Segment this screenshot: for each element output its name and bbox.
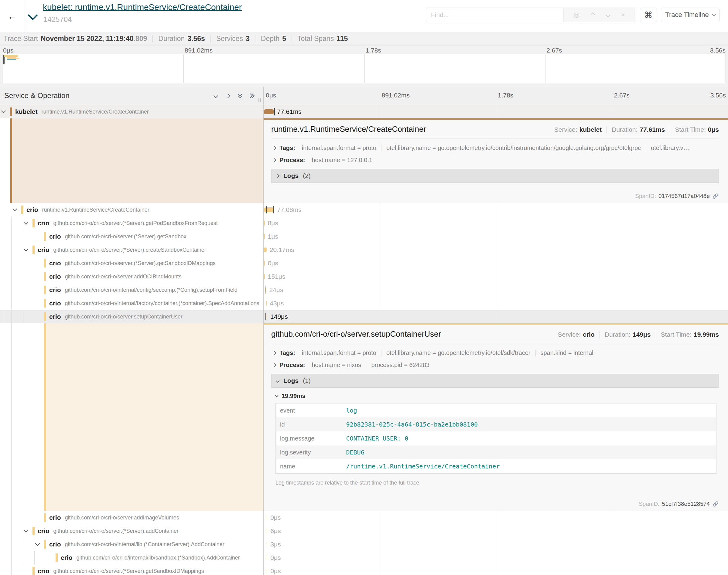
collapse-one-icon[interactable] [213, 93, 219, 99]
span-duration-bar[interactable] [267, 569, 268, 573]
span-duration-bar[interactable] [267, 529, 268, 533]
span-row[interactable]: criogithub.com/cri-o/cri-o/server.(*Serv… [0, 216, 728, 230]
row-collapse-icon[interactable] [12, 207, 17, 212]
tags-row[interactable]: Tags: internal.span.format = protootel.l… [271, 349, 719, 357]
row-collapse-icon[interactable] [24, 247, 29, 252]
logs-accordion[interactable]: Logs (1) [271, 374, 719, 388]
span-row[interactable]: criogithub.com/cri-o/cri-o/server.addIma… [0, 511, 728, 524]
indent-guide [23, 323, 23, 511]
indent-guide [23, 297, 23, 310]
span-duration-bar[interactable] [264, 234, 265, 239]
collapse-all-icon[interactable] [237, 93, 243, 99]
copy-link-icon[interactable] [712, 501, 719, 507]
back-button[interactable]: ← [0, 0, 25, 32]
log-field-value: CONTAINER USER: 0 [342, 431, 717, 445]
row-collapse-icon[interactable] [24, 528, 29, 533]
copy-link-icon[interactable] [712, 193, 719, 199]
span-row[interactable]: crioruntime.v1.RuntimeService/CreateCont… [0, 203, 728, 216]
log-field-key: event [276, 403, 342, 418]
column-resize-grip[interactable] [259, 98, 261, 102]
span-duration-bar[interactable] [264, 109, 274, 114]
indent-guide [11, 230, 11, 243]
indent-guide [11, 257, 11, 270]
meta-item: Start Time:19.99ms [656, 331, 719, 338]
span-row[interactable]: criogithub.com/cri-o/cri-o/server.setupC… [0, 310, 728, 323]
column-divider[interactable] [263, 87, 264, 575]
span-duration-bar[interactable] [267, 314, 268, 319]
span-duration-bar[interactable] [264, 274, 265, 279]
timeline-gridline [612, 203, 612, 216]
timeline-gridline [612, 538, 612, 551]
divider [153, 35, 153, 42]
span-duration-label: 20.17ms [270, 243, 294, 257]
minimap-span-bar [16, 58, 20, 59]
keyboard-shortcuts-button[interactable]: ⌘ [640, 8, 657, 22]
tags-row[interactable]: Tags: internal.span.format = protootel.l… [271, 144, 719, 151]
span-boundary-tick [273, 206, 274, 213]
span-row[interactable]: criogithub.com/cri-o/cri-o/server.(*Serv… [0, 230, 728, 243]
timeline-gridline [612, 551, 612, 564]
service-color-stripe [33, 246, 35, 254]
service-color-stripe [44, 299, 46, 308]
clear-find-icon[interactable]: × [621, 11, 625, 19]
page-title[interactable]: kubelet: runtime.v1.RuntimeService/Creat… [43, 2, 242, 12]
expand-all-icon[interactable] [250, 93, 255, 99]
find-input[interactable] [426, 8, 563, 22]
row-collapse-icon[interactable] [1, 109, 6, 113]
span-row[interactable]: criogithub.com/cri-o/cri-o/internal/lib/… [0, 551, 728, 564]
span-duration-bar[interactable] [264, 247, 267, 252]
next-match-icon[interactable] [605, 12, 610, 18]
row-collapse-icon[interactable] [35, 541, 40, 546]
span-row[interactable]: criogithub.com/cri-o/cri-o/internal/fact… [0, 297, 728, 310]
span-duration-bar[interactable] [267, 555, 268, 560]
log-fields-table: eventlogid92b82381-025c-4a64-815c-ba2e1b… [275, 403, 717, 474]
timeline-gridline [496, 564, 496, 575]
process-row[interactable]: Process: host.name = 127.0.0.1 [271, 157, 719, 164]
span-duration-bar[interactable] [264, 221, 265, 226]
span-duration-bar[interactable] [264, 261, 265, 266]
span-row[interactable]: criogithub.com/cri-o/cri-o/server.(*Serv… [0, 243, 728, 257]
summary-item: Duration3.56s [158, 35, 205, 43]
minimap-canvas[interactable] [2, 54, 726, 83]
timeline-gridline [379, 310, 380, 323]
span-row[interactable]: criogithub.com/cri-o/cri-o/internal/conf… [0, 283, 728, 297]
summary-item: Total Spans115 [297, 35, 348, 43]
span-duration-bar[interactable] [267, 515, 268, 520]
span-row[interactable]: criogithub.com/cri-o/cri-o/server.(*Serv… [0, 257, 728, 270]
timeline-gridline [612, 230, 612, 243]
span-row[interactable]: criogithub.com/cri-o/cri-o/internal/lib.… [0, 538, 728, 551]
find-controls: ◎ × [563, 8, 635, 22]
row-collapse-icon[interactable] [24, 220, 29, 225]
log-field-row: log.messageCONTAINER USER: 0 [276, 431, 717, 445]
span-row[interactable]: kubeletruntime.v1.RuntimeService/CreateC… [0, 105, 728, 119]
operation-name: github.com/cri-o/cri-o/internal/lib.(*Co… [65, 541, 225, 548]
span-duration-bar[interactable] [266, 301, 267, 306]
span-duration-bar[interactable] [265, 288, 266, 292]
span-duration-bar[interactable] [264, 207, 274, 212]
span-duration-bar[interactable] [267, 542, 268, 547]
timeline-gridline [496, 551, 496, 564]
meta-item: Service:kubelet [550, 126, 606, 133]
span-row[interactable]: criogithub.com/cri-o/cri-o/server.(*Serv… [0, 564, 728, 575]
chevron-down-icon [712, 12, 716, 16]
indent-guide [11, 310, 11, 323]
span-row[interactable]: criogithub.com/cri-o/cri-o/server.(*Serv… [0, 524, 728, 538]
trace-view-selector[interactable]: Trace Timeline [661, 8, 720, 22]
span-id-value: 51cf7f38e5128574 [662, 501, 710, 507]
span-row[interactable]: criogithub.com/cri-o/cri-o/server.addOCI… [0, 270, 728, 283]
process-row[interactable]: Process: host.name = nixosprocess.pid = … [271, 362, 719, 369]
service-color-stripe [44, 272, 46, 281]
logs-accordion[interactable]: Logs (2) [271, 169, 719, 183]
timeline-gridline [612, 564, 612, 575]
log-field-value: log [342, 403, 717, 418]
expand-one-icon[interactable] [225, 93, 231, 99]
collapse-trace-header-icon[interactable] [28, 10, 38, 20]
span-detail-panel-kubelet: runtime.v1.RuntimeService/CreateContaine… [0, 119, 728, 203]
focus-match-icon[interactable]: ◎ [574, 11, 580, 19]
service-color-stripe [44, 513, 46, 522]
span-boundary-tick [274, 108, 275, 115]
previous-match-icon[interactable] [590, 12, 595, 18]
span-duration-label: 77.08ms [277, 203, 302, 216]
log-entry-toggle[interactable]: 19.99ms [275, 393, 719, 400]
find-group: ◎ × [426, 8, 635, 22]
